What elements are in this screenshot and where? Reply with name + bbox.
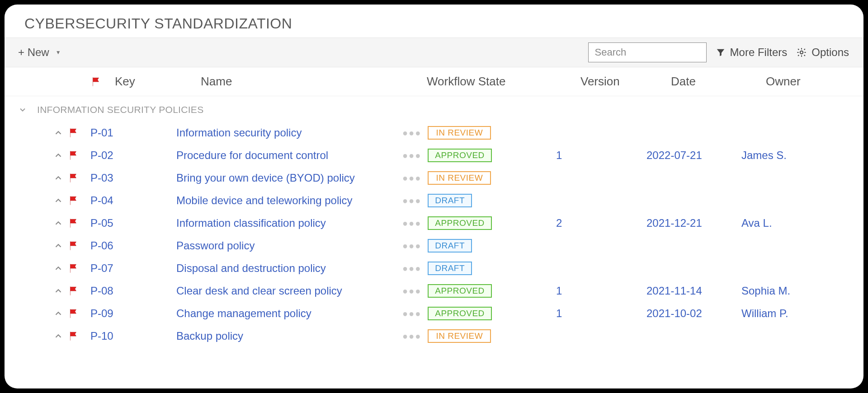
more-icon[interactable]: ●●● [402, 241, 421, 251]
status-badge[interactable]: APPROVED [428, 216, 492, 230]
row-key[interactable]: P-10 [90, 330, 176, 342]
row-expand[interactable] [5, 218, 65, 228]
row-key[interactable]: P-03 [90, 172, 176, 184]
row-key[interactable]: P-07 [90, 262, 176, 275]
row-name[interactable]: Information classification policy [176, 217, 402, 229]
row-expand[interactable] [5, 196, 65, 206]
row-flag[interactable] [65, 330, 90, 342]
table-row[interactable]: P-02Procedure for document control●●●APP… [5, 144, 863, 167]
header-flag-icon[interactable] [90, 76, 115, 88]
row-flag[interactable] [65, 127, 90, 139]
row-flag[interactable] [65, 195, 90, 206]
row-flag[interactable] [65, 240, 90, 252]
header-date[interactable]: Date [671, 75, 766, 89]
row-name[interactable]: Password policy [176, 239, 402, 252]
status-badge[interactable]: APPROVED [428, 149, 492, 162]
chevron-up-icon[interactable] [53, 218, 63, 228]
table-row[interactable]: P-06Password policy●●●DRAFT [5, 234, 863, 257]
chevron-up-icon[interactable] [53, 173, 63, 183]
more-icon[interactable]: ●●● [402, 286, 421, 296]
row-expand[interactable] [5, 128, 65, 138]
row-flag[interactable] [65, 285, 90, 297]
row-name[interactable]: Mobile device and teleworking policy [176, 194, 402, 207]
table-row[interactable]: P-04Mobile device and teleworking policy… [5, 189, 863, 212]
table-row[interactable]: P-05Information classification policy●●●… [5, 212, 863, 234]
row-version[interactable]: 1 [556, 307, 646, 320]
row-expand[interactable] [5, 263, 65, 273]
row-key[interactable]: P-06 [90, 239, 176, 252]
more-icon[interactable]: ●●● [402, 218, 421, 229]
header-key[interactable]: Key [115, 75, 201, 89]
row-name[interactable]: Procedure for document control [176, 149, 402, 162]
row-flag[interactable] [65, 262, 90, 274]
status-badge[interactable]: APPROVED [428, 284, 492, 298]
row-version[interactable]: 1 [556, 285, 646, 297]
row-date[interactable]: 2022-07-21 [646, 149, 741, 162]
chevron-up-icon[interactable] [53, 263, 63, 273]
more-icon[interactable]: ●●● [402, 150, 421, 161]
chevron-up-icon[interactable] [53, 331, 63, 341]
row-date[interactable]: 2021-10-02 [646, 307, 741, 320]
row-name[interactable]: Clear desk and clear screen policy [176, 285, 402, 297]
chevron-up-icon[interactable] [53, 128, 63, 138]
search-input[interactable] [595, 47, 719, 58]
more-icon[interactable]: ●●● [402, 173, 421, 183]
row-expand[interactable] [5, 173, 65, 183]
chevron-up-icon[interactable] [53, 196, 63, 206]
row-owner[interactable]: William P. [741, 307, 863, 320]
chevron-up-icon[interactable] [53, 309, 63, 318]
options-button[interactable]: Options [796, 46, 849, 59]
status-badge[interactable]: DRAFT [428, 262, 472, 275]
row-name[interactable]: Change management policy [176, 307, 402, 320]
row-flag[interactable] [65, 172, 90, 184]
row-date[interactable]: 2021-12-21 [646, 217, 741, 229]
table-row[interactable]: P-03Bring your own device (BYOD) policy●… [5, 167, 863, 189]
row-owner[interactable]: Sophia M. [741, 285, 863, 297]
status-badge[interactable]: DRAFT [428, 239, 472, 253]
status-badge[interactable]: APPROVED [428, 307, 492, 320]
chevron-down-icon[interactable] [18, 105, 27, 114]
table-row[interactable]: P-09Change management policy●●●APPROVED1… [5, 302, 863, 325]
row-expand[interactable] [5, 150, 65, 160]
row-key[interactable]: P-04 [90, 194, 176, 207]
table-row[interactable]: P-01Information security policy●●●IN REV… [5, 122, 863, 144]
header-state[interactable]: Workflow State [427, 75, 580, 89]
row-name[interactable]: Disposal and destruction policy [176, 262, 402, 275]
table-row[interactable]: P-10Backup policy●●●IN REVIEW [5, 325, 863, 347]
row-name[interactable]: Bring your own device (BYOD) policy [176, 172, 402, 184]
row-key[interactable]: P-08 [90, 285, 176, 297]
row-key[interactable]: P-01 [90, 126, 176, 139]
header-version[interactable]: Version [580, 75, 671, 89]
row-date[interactable]: 2021-11-14 [646, 285, 741, 297]
header-owner[interactable]: Owner [766, 75, 863, 89]
row-name[interactable]: Information security policy [176, 126, 402, 139]
row-owner[interactable]: James S. [741, 149, 863, 162]
status-badge[interactable]: IN REVIEW [428, 171, 491, 185]
row-expand[interactable] [5, 309, 65, 318]
row-flag[interactable] [65, 150, 90, 161]
row-flag[interactable] [65, 308, 90, 319]
row-version[interactable]: 2 [556, 217, 646, 229]
row-key[interactable]: P-05 [90, 217, 176, 229]
search-box[interactable] [588, 42, 707, 62]
status-badge[interactable]: DRAFT [428, 194, 472, 207]
more-filters-button[interactable]: More Filters [716, 46, 788, 59]
row-key[interactable]: P-09 [90, 307, 176, 320]
row-expand[interactable] [5, 286, 65, 296]
chevron-up-icon[interactable] [53, 241, 63, 251]
chevron-up-icon[interactable] [53, 150, 63, 160]
row-name[interactable]: Backup policy [176, 330, 402, 342]
header-name[interactable]: Name [201, 75, 427, 89]
row-version[interactable]: 1 [556, 149, 646, 162]
chevron-up-icon[interactable] [53, 286, 63, 296]
more-icon[interactable]: ●●● [402, 196, 421, 206]
more-icon[interactable]: ●●● [402, 263, 421, 274]
row-key[interactable]: P-02 [90, 149, 176, 162]
status-badge[interactable]: IN REVIEW [428, 329, 491, 343]
row-expand[interactable] [5, 241, 65, 251]
row-owner[interactable]: Ava L. [741, 217, 863, 229]
table-row[interactable]: P-07Disposal and destruction policy●●●DR… [5, 257, 863, 280]
new-button[interactable]: + New ▼ [14, 44, 65, 61]
row-flag[interactable] [65, 217, 90, 229]
group-header[interactable]: INFORMATION SECURITY POLICIES [5, 96, 863, 122]
